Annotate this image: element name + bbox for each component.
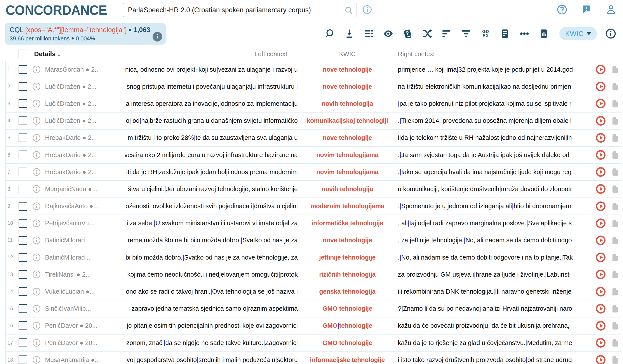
row-details[interactable]: VukelićLucian ●... [43, 288, 99, 295]
row-details[interactable]: HrebakDario ● 2... [43, 169, 99, 176]
copy-line-button[interactable] [609, 253, 621, 262]
row-checkbox[interactable] [19, 133, 27, 142]
row-details[interactable]: HrebakDario ● 2... [43, 151, 99, 159]
copy-line-button[interactable] [609, 287, 621, 296]
kwic-text[interactable]: informacijske tehnologije [299, 356, 396, 364]
row-details[interactable]: BatinićMilorad ... [43, 237, 99, 244]
row-details[interactable]: PenićDavor ● 20... [43, 322, 99, 329]
copy-line-button[interactable] [609, 65, 621, 74]
search-icon[interactable] [344, 6, 353, 16]
view-mode-dropdown[interactable]: KWIC [559, 27, 597, 41]
row-info-icon[interactable] [30, 253, 43, 262]
play-audio-button[interactable] [593, 81, 609, 92]
play-audio-button[interactable] [593, 286, 609, 297]
kwic-text[interactable]: rizičnih tehnologija [299, 271, 396, 278]
row-checkbox[interactable] [19, 65, 27, 74]
help-icon[interactable] [556, 4, 567, 16]
row-checkbox[interactable] [19, 356, 27, 364]
filter-icon[interactable] [460, 28, 472, 39]
row-details[interactable]: SinčićIvanVilib... [43, 305, 99, 312]
copy-line-button[interactable] [609, 202, 621, 211]
shuffle-icon[interactable] [422, 28, 433, 39]
row-checkbox[interactable] [19, 219, 27, 228]
row-checkbox[interactable] [19, 202, 27, 211]
copy-line-button[interactable] [609, 338, 621, 347]
copy-line-button[interactable] [609, 236, 621, 245]
row-checkbox[interactable] [19, 304, 27, 313]
row-details[interactable]: LučićDražen ● 2... [43, 83, 99, 90]
kwic-text[interactable]: novim tehnologijama [299, 169, 396, 176]
corpus-info-icon[interactable] [362, 5, 372, 16]
sort-icon[interactable] [441, 28, 452, 39]
row-details[interactable]: PenićDavor ● 20... [43, 339, 99, 346]
copy-line-button[interactable] [609, 184, 621, 193]
row-checkbox[interactable] [19, 270, 27, 279]
kwic-text[interactable]: modernim tehnologijama [299, 203, 396, 210]
query-summary-card[interactable]: CQL [xpos="A.*"][lemma="tehnologija"] ● … [5, 23, 166, 44]
row-info-icon[interactable] [30, 339, 43, 347]
kwic-text[interactable]: GMO tehnologije [299, 305, 396, 312]
row-info-icon[interactable] [30, 150, 43, 159]
copy-line-button[interactable] [609, 219, 621, 228]
row-info-icon[interactable] [30, 304, 43, 313]
corpus-selector[interactable] [123, 3, 357, 17]
row-info-icon[interactable] [30, 82, 43, 91]
play-audio-button[interactable] [593, 98, 609, 109]
play-audio-button[interactable] [593, 184, 609, 194]
kwic-text[interactable]: nove tehnologije [299, 83, 396, 90]
feedback-icon[interactable] [581, 4, 592, 16]
kwic-text[interactable]: jeftinije tehnologije [299, 254, 396, 261]
kwic-text[interactable]: nove tehnologije [299, 237, 396, 244]
query-info-icon[interactable]: i [153, 32, 162, 42]
more-dots-icon[interactable] [519, 28, 530, 39]
row-details[interactable]: LučićDražen ● 2... [43, 117, 99, 124]
kwic-text[interactable]: GMO tehnologije [299, 339, 396, 346]
row-checkbox[interactable] [19, 236, 27, 245]
copy-line-button[interactable] [609, 167, 621, 176]
play-audio-button[interactable] [593, 150, 609, 160]
play-audio-button[interactable] [593, 252, 609, 263]
row-details[interactable]: RajkovačaAnto ●... [43, 203, 99, 210]
row-info-icon[interactable] [30, 133, 43, 142]
search-again-icon[interactable] [324, 28, 335, 39]
play-audio-button[interactable] [593, 116, 609, 126]
row-info-icon[interactable] [30, 219, 43, 228]
row-checkbox[interactable] [19, 82, 27, 91]
kwic-text[interactable]: novih tehnologija [299, 186, 396, 193]
row-info-icon[interactable] [30, 236, 43, 245]
row-info-icon[interactable] [30, 185, 43, 193]
row-info-icon[interactable] [30, 270, 43, 279]
row-details[interactable]: MusaAnamarija ●... [43, 356, 99, 364]
kwic-text[interactable]: novim tehnologijama [299, 151, 396, 159]
row-checkbox[interactable] [19, 287, 27, 296]
info-circle-icon[interactable] [605, 28, 616, 39]
row-info-icon[interactable] [30, 202, 43, 211]
play-audio-button[interactable] [593, 218, 609, 229]
kwic-text[interactable]: informatičke tehnologije [299, 220, 396, 227]
row-checkbox[interactable] [19, 253, 27, 262]
row-details[interactable]: PetrijevčaninVu... [43, 220, 99, 227]
copy-line-button[interactable] [609, 270, 621, 279]
row-info-icon[interactable] [30, 287, 43, 296]
copy-line-button[interactable] [609, 116, 621, 126]
row-info-icon[interactable] [30, 356, 43, 364]
play-audio-button[interactable] [593, 64, 609, 75]
eye-icon[interactable] [382, 28, 394, 39]
copy-line-button[interactable] [609, 304, 621, 313]
row-details[interactable]: MarasGordan ● 2... [43, 66, 99, 73]
copy-line-button[interactable] [609, 82, 621, 91]
kwic-text[interactable]: novih tehnologija [299, 100, 396, 107]
copy-line-button[interactable] [609, 321, 621, 330]
row-checkbox[interactable] [19, 321, 27, 330]
gdex-icon[interactable]: GDEX [480, 28, 491, 39]
kwic-text[interactable]: komunikacijskoj tehnologiji [299, 117, 396, 124]
frequency-icon[interactable] [538, 28, 550, 39]
copy-line-button[interactable] [609, 150, 621, 159]
play-audio-button[interactable] [593, 167, 609, 177]
row-checkbox[interactable] [19, 116, 27, 125]
row-details[interactable]: BatinićMilorad ... [43, 254, 99, 261]
row-details[interactable]: HrebakDario ● 2... [43, 134, 99, 141]
column-header-details[interactable]: Details ↓ [30, 50, 99, 58]
play-audio-button[interactable] [593, 133, 609, 143]
row-details[interactable]: MurganićNada ● ... [43, 186, 99, 193]
